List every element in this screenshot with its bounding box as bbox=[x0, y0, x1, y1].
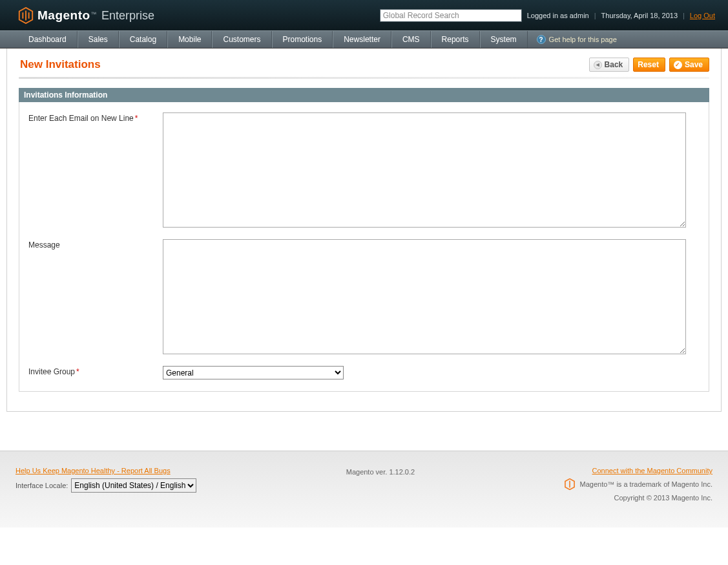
save-button[interactable]: ✓ Save bbox=[669, 58, 709, 72]
nav-mobile[interactable]: Mobile bbox=[167, 31, 212, 48]
header-date: Thursday, April 18, 2013 bbox=[601, 12, 678, 19]
report-bugs-link[interactable]: Help Us Keep Magento Healthy - Report Al… bbox=[16, 467, 196, 474]
section-heading: Invitations Information bbox=[19, 88, 709, 102]
separator: | bbox=[683, 12, 685, 19]
help-icon: ? bbox=[537, 35, 546, 44]
group-label: Invitee Group* bbox=[28, 366, 163, 376]
help-text: Get help for this page bbox=[549, 36, 617, 43]
footer: Help Us Keep Magento Healthy - Report Al… bbox=[0, 451, 728, 528]
reset-label: Reset bbox=[638, 60, 659, 69]
trademark-row: Magento™ is a trademark of Magento Inc. bbox=[565, 478, 712, 490]
footer-version: Magento ver. 1.12.0.2 bbox=[346, 467, 415, 476]
required-mark: * bbox=[135, 114, 138, 123]
group-label-text: Invitee Group bbox=[28, 367, 75, 376]
action-buttons: ◄ Back Reset ✓ Save bbox=[589, 58, 709, 72]
check-icon: ✓ bbox=[674, 61, 682, 69]
footer-right: Connect with the Magento Community Magen… bbox=[565, 467, 712, 502]
email-row: Enter Each Email on New Line* bbox=[28, 112, 700, 228]
nav-catalog[interactable]: Catalog bbox=[119, 31, 167, 48]
brand-name: Magento bbox=[37, 8, 90, 22]
copyright-text: Copyright © 2013 Magento Inc. bbox=[614, 494, 712, 502]
brand-tm: ™ bbox=[91, 11, 97, 17]
footer-left: Help Us Keep Magento Healthy - Report Al… bbox=[16, 467, 196, 493]
nav-newsletter[interactable]: Newsletter bbox=[333, 31, 391, 48]
login-status: Logged in as admin bbox=[527, 12, 589, 19]
page-container: New Invitations ◄ Back Reset ✓ Save Invi… bbox=[6, 48, 722, 412]
help-link[interactable]: ? Get help for this page bbox=[537, 31, 617, 48]
nav-cms[interactable]: CMS bbox=[391, 31, 431, 48]
main-nav: Dashboard Sales Catalog Mobile Customers… bbox=[0, 30, 728, 48]
back-label: Back bbox=[605, 60, 623, 69]
magento-mini-icon bbox=[565, 478, 575, 490]
group-row: Invitee Group* General bbox=[28, 366, 700, 379]
nav-system[interactable]: System bbox=[480, 31, 528, 48]
header-right: Logged in as admin | Thursday, April 18,… bbox=[380, 9, 715, 22]
separator: | bbox=[594, 12, 596, 19]
locale-label: Interface Locale: bbox=[16, 482, 68, 489]
page-header: New Invitations ◄ Back Reset ✓ Save bbox=[7, 48, 721, 76]
brand-edition: Enterprise bbox=[101, 9, 154, 22]
required-mark: * bbox=[76, 367, 79, 376]
locale-select[interactable]: English (United States) / English bbox=[71, 478, 196, 493]
email-label-text: Enter Each Email on New Line bbox=[28, 114, 134, 123]
invitee-group-select[interactable]: General bbox=[163, 366, 344, 379]
brand-logo: Magento™ Enterprise bbox=[18, 7, 154, 24]
nav-reports[interactable]: Reports bbox=[431, 31, 480, 48]
community-link[interactable]: Connect with the Magento Community bbox=[592, 467, 712, 474]
global-search-input[interactable] bbox=[380, 9, 522, 22]
nav-promotions[interactable]: Promotions bbox=[272, 31, 333, 48]
trademark-text: Magento™ is a trademark of Magento Inc. bbox=[580, 480, 712, 488]
invitations-section: Invitations Information Enter Each Email… bbox=[19, 88, 709, 392]
logout-link[interactable]: Log Out bbox=[690, 12, 715, 19]
locale-row: Interface Locale: English (United States… bbox=[16, 478, 196, 493]
section-body: Enter Each Email on New Line* Message In… bbox=[19, 102, 709, 392]
message-label: Message bbox=[28, 239, 163, 250]
message-textarea[interactable] bbox=[163, 239, 686, 354]
back-arrow-icon: ◄ bbox=[594, 61, 602, 69]
nav-dashboard[interactable]: Dashboard bbox=[18, 31, 78, 48]
nav-customers[interactable]: Customers bbox=[212, 31, 271, 48]
email-label: Enter Each Email on New Line* bbox=[28, 112, 163, 123]
back-button[interactable]: ◄ Back bbox=[589, 58, 630, 72]
nav-sales[interactable]: Sales bbox=[78, 31, 119, 48]
page-title: New Invitations bbox=[20, 58, 589, 71]
reset-button[interactable]: Reset bbox=[633, 58, 665, 72]
footer-grid: Help Us Keep Magento Healthy - Report Al… bbox=[16, 467, 712, 502]
magento-logo-icon bbox=[18, 7, 34, 24]
message-row: Message bbox=[28, 239, 700, 354]
header-bar: Magento™ Enterprise Logged in as admin |… bbox=[0, 0, 728, 30]
email-textarea[interactable] bbox=[163, 112, 686, 228]
title-underline bbox=[19, 77, 709, 79]
save-label: Save bbox=[685, 60, 703, 69]
